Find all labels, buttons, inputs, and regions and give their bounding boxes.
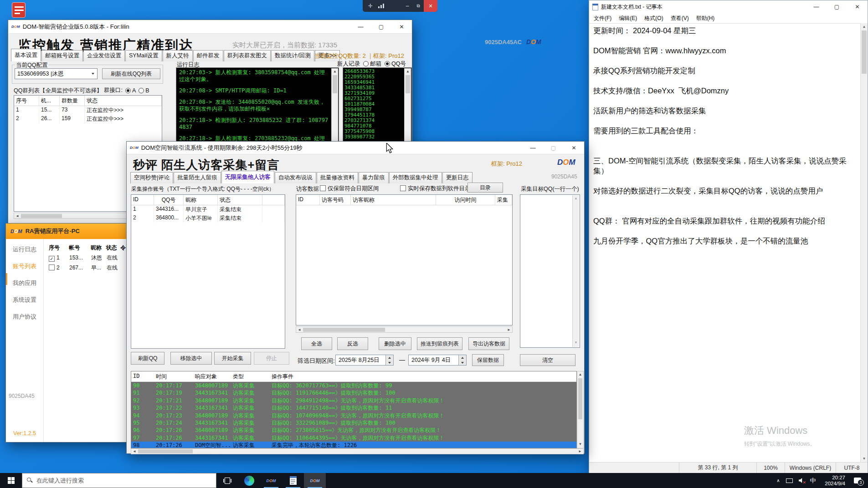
task-view-button[interactable]	[216, 473, 238, 488]
menu-item[interactable]: 文件(F)	[590, 13, 615, 24]
delete-selected-button[interactable]: 删除选中	[379, 337, 411, 350]
ra-menu-item[interactable]: 用户协议	[8, 311, 41, 323]
date-to-input[interactable]: 2024年 9月 4日	[408, 355, 467, 366]
remove-selected-button[interactable]: 移除选中	[170, 352, 212, 365]
log-row[interactable]: 92 20:17:21 3648007189 访客采集 目标QQ: 298491…	[131, 397, 576, 404]
menu-item[interactable]: 编辑(E)	[615, 13, 641, 24]
taskbar-notepad-button[interactable]	[282, 473, 304, 488]
window-b-titlebar[interactable]: DOM DOM空间智能引流系统 - 使用期限剩余: 298天2小时55分19秒 …	[127, 142, 584, 154]
tab-item[interactable]: 暴力留痕	[359, 172, 389, 183]
minimize-icon[interactable]: —	[350, 20, 371, 33]
menu-item[interactable]: 查看(V)	[667, 13, 693, 24]
action-center-icon[interactable]: 3	[847, 473, 868, 488]
newcomer-qq-radio[interactable]: QQ号	[385, 60, 406, 68]
visitor-table-hscrollbar[interactable]: ◄►	[296, 326, 513, 333]
crosshair-icon[interactable]: ✛	[368, 3, 373, 9]
speaker-muted-icon[interactable]: ✕	[795, 473, 807, 488]
log-row[interactable]: 97 20:17:26 3443167341 访客采集 目标QQ: 110646…	[131, 434, 576, 442]
refresh-online-qq-button[interactable]: 刷新在线QQ列表	[102, 68, 160, 79]
realtime-save-checkbox[interactable]: 实时保存数据到软件目录	[400, 185, 471, 193]
toolbar-minimize-icon[interactable]: –	[402, 3, 413, 9]
tab-item[interactable]: 更新日志	[442, 172, 473, 183]
ra-account-row[interactable]: ✓1 153... 沐恩 在线	[47, 253, 127, 263]
tab-item[interactable]: 邮箱账号设置	[41, 50, 83, 61]
tab-item[interactable]: 群列表群发图文	[224, 50, 271, 61]
newcomer-email-radio[interactable]: 邮箱	[363, 60, 381, 68]
maximize-icon[interactable]: ▢	[543, 142, 564, 154]
close-icon[interactable]: ✕	[847, 0, 868, 13]
window-a-titlebar[interactable]: DOM DOM-智能营销企业版5.0.8版本 - For:lilin — ▢ ✕	[8, 20, 412, 34]
notepad-vscrollbar[interactable]: ▲ ▼	[860, 23, 868, 462]
maximize-icon[interactable]: ▢	[371, 20, 391, 33]
notepad-titlebar[interactable]: 新建文本文档.txt - 记事本 — ▢ ✕	[589, 0, 868, 13]
log-row[interactable]: 93 20:17:22 3443167341 访客采集 目标QQ: 144771…	[131, 404, 576, 412]
status-zoom[interactable]: 100%	[756, 463, 785, 473]
qq-combobox[interactable]: 1536069953 |沐恩	[15, 68, 98, 79]
date-spinner[interactable]	[385, 355, 393, 365]
table-row[interactable]: 1 15... 73 正在监控中>>>	[14, 106, 162, 115]
tray-chevron-up-icon[interactable]: ∧	[773, 473, 783, 488]
tab-item[interactable]: 批量修改资料	[317, 172, 358, 183]
tab-item[interactable]: 外部数据集中处理	[389, 172, 442, 183]
taskbar-edge-button[interactable]	[238, 473, 260, 488]
account-table[interactable]: ID QQ号 昵称 状态 1 344316... 早川京子 采集结束 2 364…	[131, 194, 285, 349]
toolbar-fullscreen-icon[interactable]: ⧉	[413, 3, 424, 9]
port-b-radio[interactable]: B	[139, 87, 149, 94]
log-hscrollbar[interactable]: ◄►	[131, 448, 584, 454]
port-a-radio[interactable]: A	[125, 87, 136, 94]
log-row[interactable]: 91 20:17:19 3443167341 访客采集 目标QQ: 119176…	[131, 389, 576, 396]
desktop-icon[interactable]	[12, 2, 26, 20]
invert-select-button[interactable]: 反选	[337, 337, 368, 350]
ra-menu-item[interactable]: 账号列表	[8, 260, 41, 272]
maximize-icon[interactable]: ▢	[827, 0, 847, 13]
ime-indicator[interactable]: 中	[807, 473, 819, 488]
tab-item[interactable]: 新人艾特	[163, 50, 193, 61]
export-visitors-button[interactable]: 导出访客数据	[468, 337, 509, 350]
refresh-qq-button[interactable]: 刷新QQ	[131, 352, 164, 365]
ra-menu-item[interactable]: 运行日志	[8, 244, 41, 255]
log-row[interactable]: 95 20:17:24 3443167341 访客采集 目标QQ: 332296…	[131, 419, 576, 427]
log-row[interactable]: 96 20:17:26 3648007189 访客采集 目标QQ: 273805…	[131, 427, 576, 434]
start-button[interactable]	[0, 473, 22, 488]
minimize-icon[interactable]: —	[523, 142, 543, 154]
minimize-icon[interactable]: —	[806, 0, 827, 13]
tab-item[interactable]: 批量陌生人留痕	[174, 172, 221, 183]
taskbar-clock[interactable]: 20:27 2024/9/4	[819, 475, 847, 487]
tab-item[interactable]: 基本设置	[11, 49, 41, 61]
account-row[interactable]: 1 344316... 早川京子 采集结束	[131, 205, 285, 214]
target-qq-listbox[interactable]: ▲▼	[520, 194, 580, 348]
log-row[interactable]: 90 20:17:17 3648007189 访客采集 目标QQ: 362071…	[131, 382, 576, 389]
keep-range-checkbox[interactable]: 仅保留符合日期区间	[320, 185, 379, 193]
tab-item[interactable]: 空间秒赞|评论	[130, 172, 173, 183]
checkbox-icon[interactable]	[49, 264, 55, 270]
tab-item[interactable]: 自动发布说说	[275, 172, 316, 183]
start-collect-button[interactable]: 开始采集	[214, 352, 251, 365]
tab-item[interactable]: 无限采集他人访客	[221, 171, 274, 183]
taskbar-dom-button-2-active[interactable]: DOM	[304, 473, 326, 488]
taskbar-search-box[interactable]: 在此键入进行搜索	[22, 473, 216, 488]
stop-button[interactable]: 停止	[254, 352, 289, 365]
close-icon[interactable]: ✕	[564, 142, 584, 154]
close-icon[interactable]: ✕	[391, 20, 412, 33]
operation-log-table[interactable]: ID 时间 响应对象 类型 操作事件 90 20:17:17 364800718…	[131, 371, 577, 448]
toolbar-close-icon[interactable]: ✕	[424, 0, 437, 12]
ra-account-row[interactable]: 2 267... 早... 在线	[47, 263, 127, 273]
ra-account-table[interactable]: 序号 帐号 昵称 状态 令 ✓1 153... 沐恩 在线 2 267... 早…	[47, 243, 127, 273]
tab-item[interactable]: 数据统计/回测	[271, 50, 314, 61]
log-vscrollbar[interactable]: ▲▼	[577, 371, 584, 448]
notepad-text-area[interactable]: 更新时间： 2024-09-04 星期三DOM智能营销 官网：www.hlwyy…	[589, 23, 860, 462]
date-from-input[interactable]: 2025年 8月25日	[335, 355, 394, 366]
table-row[interactable]: 2 26... 159 正在监控中>>>	[14, 115, 162, 123]
tab-item[interactable]: 企业发信设置	[83, 50, 125, 61]
scrollbar-thumb[interactable]	[862, 30, 867, 74]
tab-item[interactable]: 邮件群发	[193, 50, 223, 61]
taskbar-dom-button-1[interactable]: DOM	[260, 473, 282, 488]
checkbox-icon[interactable]: ✓	[49, 256, 55, 262]
account-row[interactable]: 2 364800... 小羊不困le 采集结束	[131, 214, 285, 223]
clear-button[interactable]: 清空	[520, 354, 575, 366]
keep-data-button[interactable]: 保留数据	[472, 354, 504, 366]
log-row[interactable]: 94 20:17:23 3648007189 访客采集 目标QQ: 107409…	[131, 412, 576, 419]
ra-menu-item[interactable]: 我的应用	[8, 277, 41, 289]
listbox-vscrollbar[interactable]: ▲▼	[572, 195, 579, 347]
ra-menu-item[interactable]: 系统设置	[8, 294, 41, 306]
